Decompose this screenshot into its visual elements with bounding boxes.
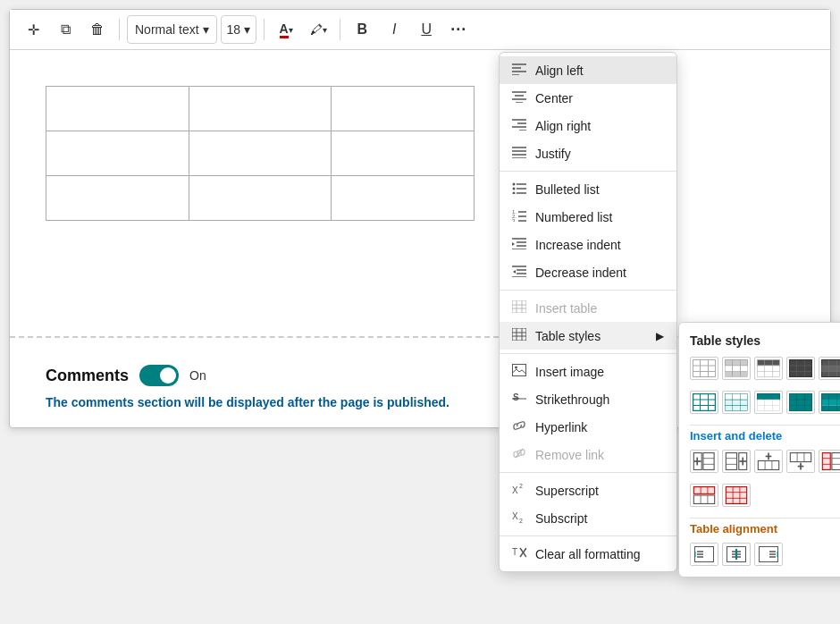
align-right-icon bbox=[512, 118, 526, 133]
insert-delete-title: Insert and delete bbox=[690, 429, 840, 443]
menu-item-bulleted-list[interactable]: Bulleted list bbox=[500, 175, 676, 203]
menu-item-table-styles[interactable]: Table styles ▶ Table styles bbox=[500, 322, 676, 350]
svg-point-16 bbox=[513, 183, 516, 186]
duplicate-button[interactable]: ⧉ bbox=[51, 15, 80, 44]
style-selector[interactable]: Normal text ▾ bbox=[127, 15, 217, 44]
menu-label-bulleted-list: Bulleted list bbox=[535, 182, 600, 197]
decrease-indent-icon bbox=[512, 265, 526, 280]
svg-rect-122 bbox=[822, 453, 830, 470]
table-style-dark[interactable] bbox=[786, 357, 815, 380]
menu-item-hyperlink[interactable]: Hyperlink bbox=[500, 413, 676, 441]
toggle-on-label: On bbox=[189, 368, 206, 383]
center-icon bbox=[512, 90, 526, 105]
insert-col-right-btn[interactable] bbox=[722, 450, 751, 473]
editor-body[interactable] bbox=[10, 50, 830, 318]
insert-image-icon bbox=[512, 364, 526, 379]
table-style-dark-striped[interactable] bbox=[819, 357, 840, 380]
menu-item-align-left[interactable]: Align left bbox=[500, 56, 676, 84]
table-style-teal-outline[interactable] bbox=[690, 391, 718, 414]
move-button[interactable]: ✛ bbox=[19, 15, 47, 44]
insert-row-above-btn[interactable] bbox=[754, 450, 783, 473]
svg-rect-43 bbox=[512, 328, 526, 341]
svg-text:3.: 3. bbox=[512, 218, 517, 222]
table-cell[interactable] bbox=[332, 131, 475, 176]
insert-delete-grid bbox=[690, 450, 840, 473]
insert-delete-grid-row2 bbox=[690, 484, 840, 507]
menu-item-center[interactable]: Center bbox=[500, 84, 676, 112]
svg-rect-69 bbox=[822, 366, 841, 372]
table-cell[interactable] bbox=[332, 176, 475, 221]
menu-item-subscript[interactable]: X2 Subscript bbox=[500, 504, 676, 532]
insert-col-left-btn[interactable] bbox=[690, 450, 718, 473]
svg-text:2: 2 bbox=[519, 518, 523, 523]
delete-button[interactable]: 🗑 bbox=[83, 15, 112, 44]
align-left-btn[interactable] bbox=[690, 543, 718, 566]
more-button[interactable]: ··· bbox=[444, 15, 473, 44]
highlight-button[interactable]: 🖍 ▾ bbox=[304, 15, 332, 44]
align-center-btn[interactable] bbox=[722, 543, 751, 566]
italic-button[interactable]: I bbox=[380, 15, 408, 44]
menu-item-superscript[interactable]: X2 Superscript bbox=[500, 476, 676, 504]
svg-rect-63 bbox=[790, 360, 812, 377]
font-size-selector[interactable]: 18 ▾ bbox=[221, 15, 257, 44]
menu-item-remove-link: Remove link bbox=[500, 441, 676, 468]
svg-rect-96 bbox=[822, 406, 841, 411]
menu-item-increase-indent[interactable]: Increase indent bbox=[500, 231, 676, 258]
table-style-teal-alt[interactable] bbox=[819, 391, 840, 414]
table-cell[interactable] bbox=[46, 176, 189, 221]
text-color-button[interactable]: A ▾ bbox=[272, 15, 300, 44]
separator-2 bbox=[500, 290, 676, 291]
svg-marker-37 bbox=[513, 270, 516, 274]
svg-rect-94 bbox=[822, 394, 841, 401]
menu-label-numbered-list: Numbered list bbox=[535, 210, 612, 224]
insert-row-below-btn[interactable] bbox=[786, 450, 815, 473]
menu-label-clear-formatting: Clear all formatting bbox=[535, 547, 641, 561]
increase-indent-icon bbox=[512, 237, 526, 252]
menu-item-align-right[interactable]: Align right bbox=[500, 112, 676, 139]
svg-rect-112 bbox=[758, 460, 778, 469]
table-cell[interactable] bbox=[189, 176, 332, 221]
submenu-separator-2 bbox=[690, 518, 840, 519]
menu-label-strikethrough: Strikethrough bbox=[535, 392, 609, 407]
submenu-separator-1 bbox=[690, 425, 840, 426]
table-cell[interactable] bbox=[189, 87, 332, 131]
numbered-list-icon: 1.2.3. bbox=[512, 209, 526, 224]
table-cell[interactable] bbox=[46, 131, 189, 176]
separator-5 bbox=[500, 535, 676, 536]
svg-text:X: X bbox=[512, 511, 518, 521]
divider-2 bbox=[264, 19, 265, 40]
table-cell[interactable] bbox=[46, 87, 189, 131]
menu-item-justify[interactable]: Justify bbox=[500, 139, 676, 167]
table-style-teal-solid[interactable] bbox=[786, 391, 815, 414]
comments-toggle[interactable] bbox=[139, 365, 179, 386]
menu-item-numbered-list[interactable]: 1.2.3. Numbered list bbox=[500, 203, 676, 231]
menu-label-insert-table: Insert table bbox=[535, 301, 597, 316]
table-style-teal-header[interactable] bbox=[754, 391, 783, 414]
table-style-striped[interactable] bbox=[722, 357, 751, 380]
separator-4 bbox=[500, 472, 676, 473]
toggle-thumb bbox=[160, 367, 176, 384]
divider-1 bbox=[119, 19, 120, 40]
svg-rect-89 bbox=[790, 394, 812, 411]
menu-item-insert-image[interactable]: Insert image bbox=[500, 358, 676, 385]
table-cell[interactable] bbox=[189, 131, 332, 176]
svg-marker-32 bbox=[512, 242, 515, 246]
menu-item-decrease-indent[interactable]: Decrease indent bbox=[500, 258, 676, 286]
delete-col-btn[interactable] bbox=[819, 450, 840, 473]
delete-row-btn[interactable] bbox=[690, 484, 718, 507]
svg-text:2: 2 bbox=[519, 483, 523, 489]
italic-label: I bbox=[392, 21, 396, 38]
menu-item-insert-table: Insert table bbox=[500, 294, 676, 322]
menu-item-strikethrough[interactable]: S Strikethrough bbox=[500, 385, 676, 413]
menu-item-clear-formatting[interactable]: T Clear all formatting bbox=[500, 540, 676, 568]
underline-button[interactable]: U bbox=[412, 15, 441, 44]
table-style-plain[interactable] bbox=[690, 357, 718, 380]
table-cell[interactable] bbox=[332, 87, 475, 131]
table-style-dark-header[interactable] bbox=[754, 357, 783, 380]
bold-button[interactable]: B bbox=[348, 15, 376, 44]
delete-table-btn[interactable] bbox=[722, 484, 751, 507]
table-style-teal-striped[interactable] bbox=[722, 391, 751, 414]
font-size-value: 18 bbox=[227, 22, 241, 37]
align-right-btn[interactable] bbox=[754, 543, 783, 566]
svg-rect-125 bbox=[832, 453, 840, 470]
